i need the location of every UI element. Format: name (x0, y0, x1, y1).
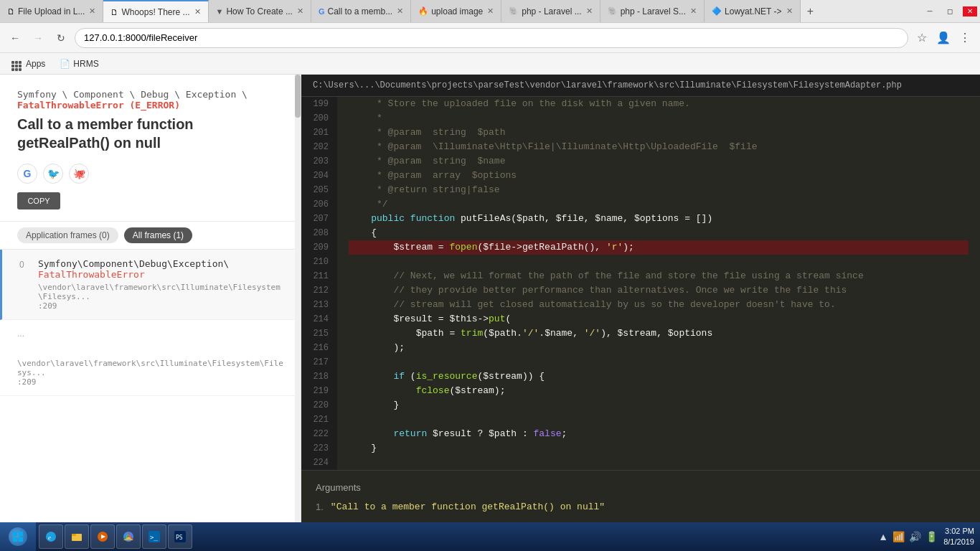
forward-button[interactable]: → (29, 29, 47, 47)
tab-8-close[interactable]: ✕ (786, 6, 793, 16)
error-panel: Symfony \ Component \ Debug \ Exception … (0, 75, 301, 522)
arguments-title: Arguments (316, 482, 966, 493)
svg-rect-1 (19, 532, 23, 536)
tab-5-icon: 🔥 (418, 6, 428, 16)
taskbar-powershell[interactable]: PS (168, 524, 192, 549)
tab-3-title: How To Create ... (226, 6, 292, 17)
tab-4-close[interactable]: ✕ (397, 6, 403, 16)
error-class-path: Symfony \ Component \ Debug \ Exception … (17, 89, 283, 110)
tab-6-close[interactable]: ✕ (586, 6, 593, 16)
svg-rect-7 (72, 534, 76, 536)
tab-3-icon: ▼ (216, 7, 224, 16)
apps-bookmark[interactable]: Apps (6, 55, 51, 72)
github-share-icon[interactable]: 🐙 (69, 164, 89, 184)
frame-number: 0 (19, 260, 31, 270)
taskbar-ie[interactable]: e (39, 524, 63, 549)
bookmarks-bar: Apps 📄 HRMS (0, 53, 980, 75)
clock-date: 8/1/2019 (943, 537, 974, 547)
window-controls: ─ ◻ ✕ (923, 6, 980, 17)
tab-7-icon: 🐘 (608, 6, 618, 16)
taskbar-chrome[interactable] (116, 524, 141, 549)
tab-6-title: php - Laravel ... (522, 6, 581, 17)
tab-1-close[interactable]: ✕ (89, 6, 95, 16)
tab-4[interactable]: G Call to a memb... ✕ (311, 0, 411, 22)
app-frames-button[interactable]: Application frames (0) (17, 227, 118, 243)
twitter-share-icon[interactable]: 🐦 (43, 164, 63, 184)
argument-value: "Call to a member function getRealPath()… (331, 501, 605, 512)
tab-5-close[interactable]: ✕ (487, 6, 494, 16)
frame-item-file[interactable]: \vendor\laravel\framework\src\Illuminate… (0, 347, 301, 396)
taskbar-apps: e (36, 524, 878, 549)
new-tab-button[interactable]: + (801, 1, 821, 22)
hrms-bookmark[interactable]: 📄 HRMS (54, 57, 104, 70)
frame-class: Symfony\Component\Debug\Exception\FatalT… (38, 258, 283, 280)
taskbar: e (0, 522, 980, 551)
tab-5-title: upload image (431, 6, 483, 17)
start-orb (9, 527, 27, 546)
tabs-container: 🗋 File Upload in L... ✕ 🗋 Whoops! There … (0, 0, 821, 22)
taskbar-right: ▲ 📶 🔊 🔋 3:02 PM 8/1/2019 (878, 526, 980, 548)
tab-7-close[interactable]: ✕ (690, 6, 697, 16)
tab-8[interactable]: 🔷 Lowyat.NET -> ✕ (705, 0, 800, 22)
tab-4-icon: G (319, 7, 325, 16)
tab-5[interactable]: 🔥 upload image ✕ (411, 0, 501, 22)
tab-4-title: Call to a memb... (327, 6, 392, 17)
tab-2[interactable]: 🗋 Whoops! There ... ✕ (103, 0, 208, 22)
frames-list: 0 Symfony\Component\Debug\Exception\Fata… (0, 250, 301, 522)
wmp-icon (97, 531, 108, 542)
vendor-file-path: \vendor\laravel\framework\src\Illuminate… (17, 359, 283, 387)
copy-button[interactable]: COPY (17, 192, 60, 209)
tab-1-title: File Upload in L... (18, 6, 85, 17)
start-button[interactable] (0, 522, 36, 551)
svg-rect-3 (19, 537, 23, 542)
taskbar-vscode[interactable]: >_ (142, 524, 166, 549)
menu-icon[interactable]: ⋮ (956, 29, 974, 47)
taskbar-explorer[interactable] (65, 524, 89, 549)
all-frames-button[interactable]: All frames (1) (124, 227, 192, 243)
google-share-icon[interactable]: G (17, 164, 37, 184)
frame-file-info: \vendor\laravel\framework\src\Illuminate… (17, 356, 283, 387)
ie-icon: e (45, 531, 57, 542)
frame-item-0[interactable]: 0 Symfony\Component\Debug\Exception\Fata… (0, 250, 301, 320)
tab-3[interactable]: ▼ How To Create ... ✕ (209, 0, 311, 22)
arguments-section: Arguments 1. "Call to a member function … (301, 470, 980, 522)
tab-1[interactable]: 🗋 File Upload in L... ✕ (0, 0, 103, 22)
argument-item-1: 1. "Call to a member function getRealPat… (316, 501, 966, 512)
tab-6[interactable]: 🐘 php - Laravel ... ✕ (501, 0, 600, 22)
tab-3-close[interactable]: ✕ (297, 6, 303, 16)
svg-text:PS: PS (176, 534, 183, 541)
address-input[interactable] (75, 28, 908, 48)
close-button[interactable]: ✕ (963, 6, 977, 17)
clock[interactable]: 3:02 PM 8/1/2019 (943, 526, 974, 548)
vscode-icon: >_ (149, 531, 160, 542)
back-button[interactable]: ← (6, 29, 24, 47)
tab-2-title: Whoops! There ... (121, 7, 189, 17)
tab-1-icon: 🗋 (7, 7, 15, 16)
user-icon[interactable]: 👤 (934, 29, 953, 47)
bookmark-star-icon[interactable]: ☆ (913, 29, 931, 47)
code-panel[interactable]: C:\Users\...\Documents\projects\parseTes… (301, 75, 980, 522)
chrome-icon (123, 531, 134, 542)
windows-logo-icon (13, 532, 23, 542)
explorer-icon (71, 531, 83, 542)
apps-label: Apps (26, 59, 45, 69)
left-scroll-thumb[interactable] (295, 75, 301, 118)
refresh-button[interactable]: ↻ (52, 29, 70, 47)
taskbar-wmp[interactable] (90, 524, 115, 549)
clock-time: 3:02 PM (943, 526, 974, 537)
code-file-path: C:\Users\...\Documents\projects\parseTes… (301, 75, 980, 97)
tab-8-icon: 🔷 (712, 6, 722, 16)
battery-icon[interactable]: 🔋 (925, 531, 938, 542)
network-icon[interactable]: 📶 (892, 531, 905, 542)
tab-7[interactable]: 🐘 php - Laravel S... ✕ (600, 0, 705, 22)
frame-file: \vendor\laravel\framework\src\Illuminate… (38, 283, 283, 311)
tab-2-close[interactable]: ✕ (194, 7, 201, 17)
volume-icon[interactable]: 🔊 (909, 531, 921, 542)
restore-button[interactable]: ◻ (943, 6, 957, 17)
browser-window: 🗋 File Upload in L... ✕ 🗋 Whoops! There … (0, 0, 980, 522)
powershell-icon: PS (174, 531, 186, 542)
minimize-button[interactable]: ─ (923, 6, 937, 17)
show-desktop-icon[interactable]: ▲ (878, 531, 888, 542)
apps-grid-icon (11, 56, 23, 71)
doc-icon: 📄 (60, 59, 70, 69)
